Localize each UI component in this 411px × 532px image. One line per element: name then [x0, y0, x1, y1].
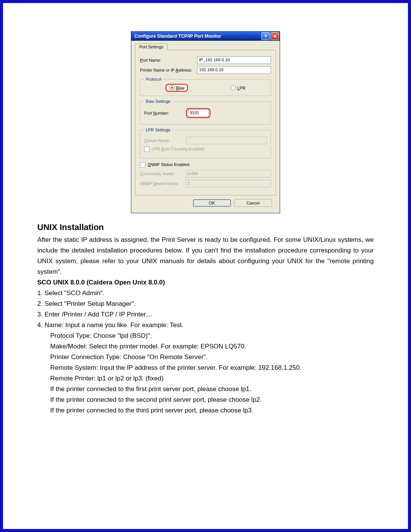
section-heading-unix: UNIX Installation	[37, 222, 374, 232]
checkbox-icon	[144, 147, 150, 152]
step-4e: Remote Printer: lp1 or lp2 or lp3. (fixe…	[37, 373, 374, 384]
ok-button[interactable]: OK	[193, 199, 231, 207]
dialog-title: Configure Standard TCP/IP Port Monitor	[134, 34, 261, 39]
dialog-titlebar[interactable]: Configure Standard TCP/IP Port Monitor ?…	[131, 32, 280, 41]
snmp-status-checkbox[interactable]: SNMP Status Enabled	[140, 162, 271, 168]
community-name-input: public	[186, 170, 271, 177]
port-name-input[interactable]: IP_192.168.0.10	[197, 56, 271, 64]
radio-selected-icon	[169, 85, 174, 90]
close-icon[interactable]: ✕	[271, 32, 279, 40]
intro-paragraph: After the static IP address is assigned,…	[37, 235, 374, 277]
port-number-label: Port Number:	[144, 111, 186, 115]
cancel-button[interactable]: Cancel	[234, 199, 272, 207]
community-name-label: Community Name:	[140, 171, 186, 176]
step-4b: Make/Model: Select the printer model. Fo…	[37, 341, 374, 352]
radio-raw[interactable]: Raw	[169, 85, 184, 90]
port-name-label: Port Name:	[140, 58, 197, 62]
radio-unselected-icon	[231, 85, 236, 90]
sco-subheading: SCO UNIX 8.0.0 (Caldera Open Unix 8.0.0)	[37, 277, 374, 288]
protocol-legend: Protocol	[144, 77, 162, 81]
step-1: 1. Select "SCO Admin".	[37, 288, 374, 299]
step-4h: If the printer connected to the third pr…	[37, 405, 374, 416]
lpr-byte-counting-checkbox: LPR Byte Counting Enabled	[144, 147, 267, 152]
step-4f: If the printer connected to the first pr…	[37, 384, 374, 395]
queue-name-input	[186, 137, 267, 144]
printer-address-input[interactable]: 192.168.0.10	[197, 66, 271, 74]
highlight-port-number: 9101	[186, 108, 210, 118]
snmp-index-label: SNMP Device Index:	[140, 181, 186, 186]
tab-port-settings[interactable]: Port Settings	[135, 43, 167, 50]
protocol-group: Protocol Raw LPR	[140, 77, 271, 96]
step-4d: Remote System: Input the IP address of t…	[37, 363, 374, 373]
lpr-settings-group: LPR Settings Queue Name: LPR Byte Counti…	[140, 128, 271, 158]
lpr-settings-legend: LPR Settings	[144, 128, 172, 132]
checkbox-icon	[140, 162, 145, 168]
tcpip-port-dialog: Configure Standard TCP/IP Port Monitor ?…	[131, 31, 280, 213]
raw-settings-legend: Raw Settings	[144, 99, 172, 104]
step-4g: If the printer connected to the second p…	[37, 395, 374, 405]
snmp-index-input: 1	[186, 180, 271, 187]
port-number-input[interactable]: 9101	[188, 109, 209, 117]
radio-lpr[interactable]: LPR	[231, 85, 245, 90]
queue-name-label: Queue Name:	[144, 138, 186, 143]
raw-settings-group: Raw Settings Port Number: 9101	[140, 99, 271, 125]
step-3: 3. Enter /Printer / Add TCP / IP Printer…	[37, 309, 374, 320]
step-2: 2. Select "Printer Setup Manager".	[37, 299, 374, 309]
printer-address-label: Printer Name or IP Address:	[140, 68, 197, 72]
help-icon[interactable]: ?	[261, 32, 270, 40]
highlight-raw: Raw	[166, 84, 188, 92]
step-4c: Printer Connection Type: Choose "On Remo…	[37, 352, 374, 363]
step-4a: Protocol Type: Choose "lpd (BSD)".	[37, 331, 374, 341]
step-4: 4. Name: Input a name you like. For exam…	[37, 320, 374, 331]
